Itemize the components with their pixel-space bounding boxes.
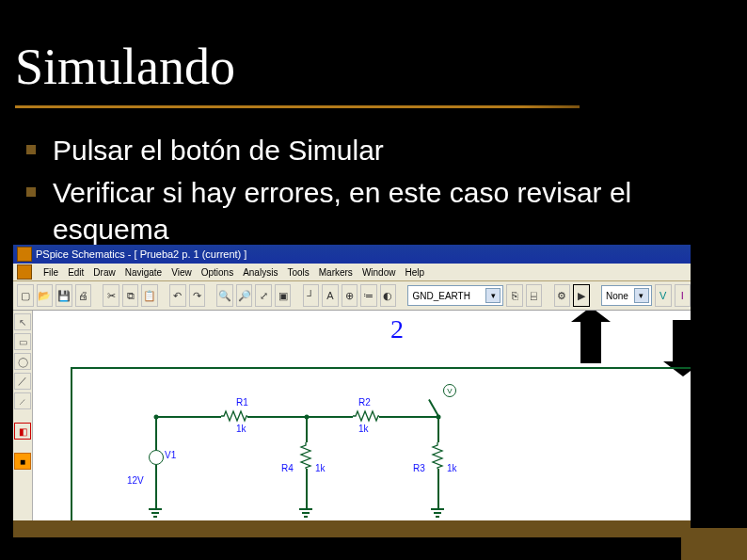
cut-button[interactable]: ✂: [103, 284, 119, 307]
attr-button[interactable]: ≔: [360, 284, 377, 307]
zoom-out-button[interactable]: 🔎: [236, 284, 253, 307]
draw-wire-button[interactable]: ┘: [303, 284, 320, 307]
paste-button[interactable]: 📋: [141, 284, 158, 307]
menu-window[interactable]: Window: [362, 267, 396, 278]
dropdown-value: None: [606, 291, 628, 301]
library-button[interactable]: ⌸: [526, 284, 543, 307]
copy-button[interactable]: ⧉: [122, 284, 139, 307]
menu-help[interactable]: Help: [405, 267, 424, 278]
separator: [294, 284, 299, 307]
line-tool[interactable]: ／: [14, 373, 31, 390]
slide-title: Simulando: [15, 38, 235, 96]
component-value: 12V: [127, 475, 144, 486]
menu-options[interactable]: Options: [201, 267, 233, 278]
wire: [306, 416, 353, 418]
voltage-source[interactable]: [149, 450, 164, 465]
menu-markers[interactable]: Markers: [319, 267, 353, 278]
probe-label: V: [447, 387, 452, 395]
open-button[interactable]: 📂: [37, 284, 54, 307]
arrow-down-icon: [673, 320, 691, 363]
undo-button[interactable]: ↶: [169, 284, 186, 307]
bullet-text: Verificar si hay errores, en este caso r…: [53, 174, 723, 248]
window-titlebar[interactable]: PSpice Schematics - [ Prueba2 p. 1 (curr…: [13, 245, 691, 264]
marker-dropdown[interactable]: None: [601, 285, 652, 306]
draw-text-button[interactable]: A: [322, 284, 339, 307]
select-tool[interactable]: ↖: [14, 313, 31, 330]
component-name: R1: [236, 397, 248, 408]
component-name: R4: [281, 463, 294, 473]
component-value: 1k: [236, 424, 246, 434]
wire: [247, 416, 306, 418]
new-button[interactable]: ▢: [17, 284, 34, 307]
component-name: R3: [413, 463, 425, 473]
component-value: 1k: [447, 463, 457, 473]
schematic-canvas[interactable]: 2 V1 12V: [33, 311, 691, 523]
place-part-button[interactable]: ⎘: [506, 284, 523, 307]
wire: [155, 465, 157, 499]
ground-icon: [431, 508, 444, 518]
workspace: ↖ ▭ ◯ ／ ⟋ ◧ ■ 2: [13, 311, 691, 523]
bullet-icon: [26, 145, 36, 154]
menu-edit[interactable]: Edit: [68, 267, 84, 278]
zoom-area-button[interactable]: ⤢: [255, 284, 272, 307]
i-marker-button[interactable]: I: [675, 284, 691, 307]
setup-button[interactable]: ⚙: [554, 284, 571, 307]
bullet-text: Pulsar el botón de Simular: [53, 132, 723, 168]
ground-icon: [149, 508, 162, 518]
poly-tool[interactable]: ⟋: [14, 392, 31, 409]
window-title: PSpice Schematics - [ Prueba2 p. 1 (curr…: [36, 248, 246, 260]
wire: [155, 416, 221, 418]
save-button[interactable]: 💾: [56, 284, 72, 307]
wire: [379, 416, 437, 418]
separator: [208, 284, 214, 307]
zoom-in-button[interactable]: 🔍: [216, 284, 233, 307]
menu-file[interactable]: File: [43, 267, 58, 278]
menu-draw[interactable]: Draw: [93, 267, 115, 278]
title-underline: [15, 105, 580, 108]
color-tool[interactable]: ■: [14, 453, 31, 470]
ground-icon: [299, 508, 312, 518]
component-name: V1: [165, 450, 176, 460]
wire: [437, 416, 439, 442]
simulate-button[interactable]: ▶: [573, 284, 590, 307]
resistor-r3[interactable]: [433, 442, 442, 469]
slide-corner-block: [681, 528, 747, 560]
wire: [428, 399, 438, 416]
toolbar: ▢ 📂 💾 🖨 ✂ ⧉ 📋 ↶ ↷ 🔍 🔎 ⤢ ▣ ┘ A ⊕ ≔ ◐ GND_…: [13, 281, 691, 311]
part-name-dropdown[interactable]: GND_EARTH: [407, 285, 503, 306]
wire: [155, 499, 157, 508]
wire: [437, 469, 439, 499]
arrow-up-icon: [580, 320, 601, 363]
component-value: 1k: [315, 463, 326, 473]
resistor-r4[interactable]: [301, 442, 310, 469]
wire: [437, 499, 439, 508]
resistor-r1[interactable]: [221, 411, 247, 421]
schematic-border: [71, 367, 691, 369]
wire: [306, 416, 308, 442]
canvas-marker-2: 2: [390, 314, 404, 344]
circle-tool[interactable]: ◯: [14, 353, 31, 370]
wire: [306, 499, 308, 508]
voltage-probe-icon[interactable]: V: [443, 384, 456, 397]
list-item: Pulsar el botón de Simular: [26, 132, 723, 168]
zoom-fit-button[interactable]: ▣: [275, 284, 292, 307]
print-button[interactable]: 🖨: [75, 284, 92, 307]
separator: [545, 284, 550, 307]
menu-analysis[interactable]: Analysis: [243, 267, 278, 278]
menu-tools[interactable]: Tools: [287, 267, 309, 278]
rect-tool[interactable]: ▭: [14, 333, 31, 350]
part-button[interactable]: ⊕: [342, 284, 358, 307]
menu-navigate[interactable]: Navigate: [125, 267, 162, 278]
doc-icon: [17, 264, 32, 280]
resistor-r2[interactable]: [353, 411, 379, 421]
v-marker-button[interactable]: V: [655, 284, 672, 307]
bullet-icon: [26, 187, 36, 197]
separator: [161, 284, 167, 307]
redo-button[interactable]: ↷: [189, 284, 206, 307]
sym-button[interactable]: ◐: [380, 284, 397, 307]
menu-view[interactable]: View: [171, 267, 192, 278]
marker-tool[interactable]: ◧: [14, 423, 31, 440]
slide-footer-bar: [13, 520, 691, 537]
component-name: R2: [358, 397, 371, 408]
separator: [399, 284, 405, 307]
